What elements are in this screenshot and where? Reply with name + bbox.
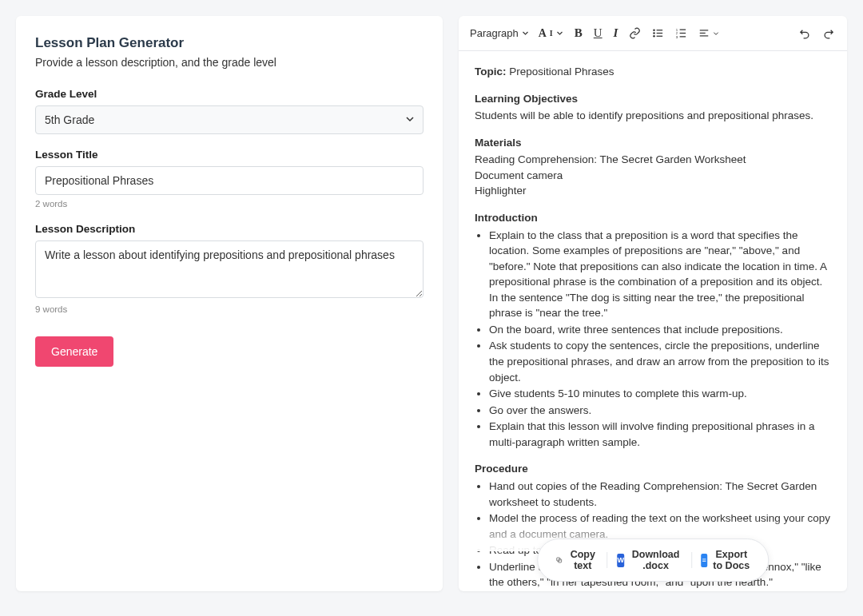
word-doc-icon: W [617, 554, 624, 567]
list-item: Explain to the class that a preposition … [489, 228, 831, 321]
introduction-heading: Introduction [475, 210, 831, 226]
materials-line: Highlighter [475, 183, 831, 199]
grade-level-select[interactable]: 5th Grade [35, 105, 424, 134]
grade-level-label: Grade Level [35, 88, 424, 100]
lesson-description-label: Lesson Description [35, 223, 424, 235]
lesson-title-label: Lesson Title [35, 149, 424, 161]
svg-rect-10 [680, 33, 686, 34]
objectives-heading: Learning Objectives [475, 91, 831, 107]
font-size-dropdown[interactable]: AI [534, 23, 568, 44]
materials-line: Document camera [475, 168, 831, 184]
generator-form-panel: Lesson Plan Generator Provide a lesson d… [16, 16, 443, 591]
bullet-list-button[interactable] [647, 23, 669, 43]
redo-button[interactable] [817, 23, 839, 43]
svg-point-2 [654, 35, 656, 38]
list-item: Ask students to copy the sentences, circ… [489, 338, 831, 385]
page-subtitle: Provide a lesson description, and the gr… [35, 56, 424, 69]
lesson-title-wordcount: 2 words [35, 199, 424, 209]
paragraph-style-dropdown[interactable]: Paragraph [467, 23, 532, 43]
list-item: Model the process of reading the text on… [489, 511, 831, 542]
list-item: Hand out copies of the Reading Comprehen… [489, 479, 831, 510]
svg-point-0 [654, 30, 656, 32]
svg-text:3: 3 [676, 35, 678, 39]
lesson-description-input[interactable]: Write a lesson about identifying preposi… [35, 240, 424, 298]
list-item: On the board, write three sentences that… [489, 322, 831, 338]
materials-line: Reading Comprehension: The Secret Garden… [475, 152, 831, 168]
list-item: Explain that this lesson will involve fi… [489, 419, 831, 450]
list-item: Go over the answers. [489, 403, 831, 419]
editor-panel: Paragraph AI B U I 123 [459, 16, 847, 591]
link-button[interactable] [624, 23, 646, 43]
copy-text-button[interactable]: Copy text [546, 545, 606, 575]
lesson-description-wordcount: 9 words [35, 304, 424, 314]
editor-toolbar: Paragraph AI B U I 123 [459, 16, 847, 51]
google-doc-icon: ≡ [701, 554, 706, 567]
underline-button[interactable]: U [589, 22, 607, 44]
copy-icon [555, 554, 563, 566]
svg-rect-9 [680, 30, 686, 30]
materials-heading: Materials [475, 135, 831, 151]
italic-button[interactable]: I [609, 22, 623, 44]
svg-rect-11 [680, 36, 686, 37]
lesson-title-input[interactable] [35, 166, 424, 195]
export-docs-button[interactable]: ≡ Export to Docs [691, 545, 759, 575]
svg-point-1 [654, 32, 656, 34]
editor-content[interactable]: Topic: Prepositional Phrases Learning Ob… [459, 51, 847, 591]
svg-rect-5 [657, 36, 663, 37]
page-title: Lesson Plan Generator [35, 35, 424, 51]
numbered-list-button[interactable]: 123 [670, 23, 692, 43]
procedure-heading: Procedure [475, 461, 831, 477]
svg-rect-14 [700, 35, 709, 36]
undo-button[interactable] [794, 23, 816, 43]
list-item: Give students 5-10 minutes to complete t… [489, 386, 831, 402]
download-docx-button[interactable]: W Download .docx [607, 545, 691, 575]
align-dropdown[interactable] [694, 24, 724, 43]
svg-rect-3 [657, 30, 663, 30]
svg-rect-13 [700, 32, 706, 33]
export-action-bar: Copy text W Download .docx ≡ Export to D… [537, 539, 769, 582]
generate-button[interactable]: Generate [35, 336, 113, 367]
svg-rect-4 [657, 33, 663, 34]
bold-button[interactable]: B [570, 22, 587, 44]
svg-rect-12 [700, 30, 709, 30]
